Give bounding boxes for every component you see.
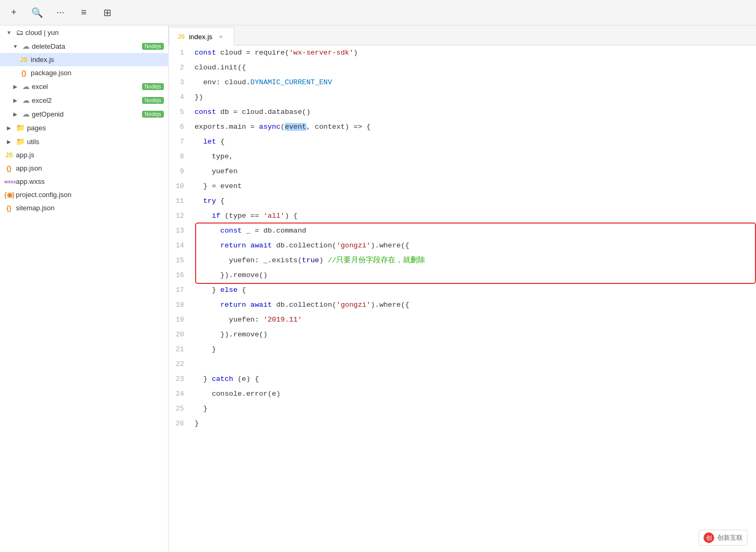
sidebar-root[interactable]: ▼ 🗂 cloud | yun — [0, 25, 168, 39]
code-line: 5const db = cloud.database() — [169, 105, 756, 120]
sidebar-item-app-json[interactable]: {} app.json — [0, 162, 168, 175]
line-code: yuefen — [192, 164, 756, 179]
json-file-icon: {} — [19, 69, 29, 77]
code-line: 23 } catch (e) { — [169, 372, 756, 387]
line-code: } — [192, 416, 756, 431]
code-line: 16 }).remove() — [169, 268, 756, 283]
code-line: 11 try { — [169, 194, 756, 209]
editor-content[interactable]: 1const cloud = require('wx-server-sdk')2… — [169, 46, 756, 552]
line-number: 9 — [169, 164, 192, 179]
line-number: 23 — [169, 372, 192, 387]
wxss-file-icon: wxss — [4, 179, 14, 184]
sidebar-item-deleteData[interactable]: ▼ ☁ deleteData Nodejs — [0, 39, 168, 53]
line-number: 15 — [169, 253, 192, 268]
cloud-folder-icon: ☁ — [22, 82, 30, 91]
code-line: 24 console.error(e) — [169, 387, 756, 402]
split-button[interactable]: ⊞ — [100, 5, 115, 20]
line-code: } = event — [192, 179, 756, 194]
search-button[interactable]: 🔍 — [30, 5, 45, 20]
root-label: cloud | yun — [25, 29, 164, 37]
sidebar-item-app-js[interactable]: JS app.js — [0, 148, 168, 162]
line-code: exports.main = async(event, context) => … — [192, 120, 756, 135]
line-number: 12 — [169, 209, 192, 224]
sidebar-label-deleteData: deleteData — [32, 42, 140, 50]
config-file-icon: {◉} — [4, 191, 14, 199]
layout-button[interactable]: ≡ — [76, 5, 91, 20]
chevron-right-icon: ▶ — [4, 125, 14, 131]
line-number: 7 — [169, 135, 192, 149]
tab-close-button[interactable]: × — [217, 32, 225, 41]
code-line: 10 } = event — [169, 179, 756, 194]
nodejs-badge: Nodejs — [142, 111, 164, 118]
tab-index-js[interactable]: JS index.js × — [169, 27, 234, 46]
sidebar-item-getOpenid[interactable]: ▶ ☁ getOpenid Nodejs — [0, 107, 168, 121]
sidebar-item-index-js[interactable]: JS index.js — [0, 53, 168, 66]
code-line: 20 }).remove() — [169, 327, 756, 342]
line-number: 5 — [169, 105, 192, 120]
line-number: 3 — [169, 75, 192, 90]
sidebar-item-utils[interactable]: ▶ 📁 utils — [0, 135, 168, 148]
sidebar-item-app-wxss[interactable]: wxss app.wxss — [0, 175, 168, 188]
line-number: 10 — [169, 179, 192, 194]
sidebar-item-excel[interactable]: ▶ ☁ excel Nodejs — [0, 79, 168, 93]
folder-icon: 📁 — [16, 123, 25, 132]
line-code: }).remove() — [192, 327, 756, 342]
folder-icon: 📁 — [16, 137, 25, 146]
chevron-down-icon: ▼ — [11, 43, 20, 49]
more-button[interactable]: ··· — [53, 5, 68, 20]
js-tab-icon: JS — [178, 33, 184, 40]
code-line: 1const cloud = require('wx-server-sdk') — [169, 46, 756, 60]
nodejs-badge: Nodejs — [142, 83, 164, 90]
sidebar-label-app-js: app.js — [16, 151, 164, 159]
sidebar-label-package-json: package.json — [31, 69, 164, 77]
line-number: 2 — [169, 60, 192, 75]
code-line: 7 let { — [169, 135, 756, 149]
code-line: 18 return await db.collection('gongzi').… — [169, 298, 756, 313]
line-number: 16 — [169, 268, 192, 283]
sidebar-label-index-js: index.js — [31, 56, 164, 64]
line-code: env: cloud.DYNAMIC_CURRENT_ENV — [192, 75, 756, 90]
sidebar-label-app-json: app.json — [16, 164, 164, 172]
line-code: } — [192, 402, 756, 416]
line-code: yuefen: '2019.11' — [192, 313, 756, 327]
toolbar: + 🔍 ··· ≡ ⊞ — [0, 0, 756, 25]
code-line: 25 } — [169, 402, 756, 416]
sidebar: ▼ 🗂 cloud | yun ▼ ☁ deleteData Nodejs JS… — [0, 25, 169, 552]
json-file-icon: {} — [4, 204, 14, 212]
sidebar-item-pages[interactable]: ▶ 📁 pages — [0, 121, 168, 135]
tab-bar: JS index.js × — [169, 25, 756, 46]
line-code: const _ = db.command — [192, 224, 756, 238]
line-code: return await db.collection('gongzi').whe… — [192, 298, 756, 313]
sidebar-label-utils: utils — [27, 138, 164, 146]
line-code: } — [192, 342, 756, 357]
code-line: 13 const _ = db.command — [169, 224, 756, 238]
sidebar-label-sitemap: sitemap.json — [16, 204, 164, 212]
line-code: cloud.init({ — [192, 60, 756, 75]
watermark-icon: 创 — [704, 532, 714, 543]
sidebar-item-package-json[interactable]: {} package.json — [0, 66, 168, 79]
chevron-right-icon: ▶ — [11, 111, 20, 117]
line-code: }).remove() — [192, 268, 756, 283]
sidebar-item-excel2[interactable]: ▶ ☁ excel2 Nodejs — [0, 93, 168, 107]
line-number: 26 — [169, 416, 192, 431]
add-button[interactable]: + — [6, 5, 21, 20]
line-code: const cloud = require('wx-server-sdk') — [192, 46, 756, 60]
code-line: 17 } else { — [169, 283, 756, 298]
watermark-text: 创新互联 — [717, 533, 743, 542]
code-line: 15 yuefen: _.exists(true) //只要月份字段存在，就删除 — [169, 253, 756, 268]
code-line: 22 — [169, 357, 756, 372]
js-file-icon: JS — [19, 56, 29, 64]
sidebar-label-app-wxss: app.wxss — [16, 177, 164, 185]
sidebar-item-project-config[interactable]: {◉} project.config.json — [0, 188, 168, 201]
sidebar-item-sitemap[interactable]: {} sitemap.json — [0, 201, 168, 215]
line-number: 1 — [169, 46, 192, 60]
sidebar-label-excel: excel — [32, 83, 140, 91]
line-code: } catch (e) { — [192, 372, 756, 387]
code-line: 26} — [169, 416, 756, 431]
line-code: console.error(e) — [192, 387, 756, 402]
chevron-right-icon: ▶ — [11, 97, 20, 103]
line-number: 8 — [169, 149, 192, 164]
line-number: 19 — [169, 313, 192, 327]
line-code: let { — [192, 135, 756, 149]
cloud-icon: 🗂 — [16, 28, 23, 37]
